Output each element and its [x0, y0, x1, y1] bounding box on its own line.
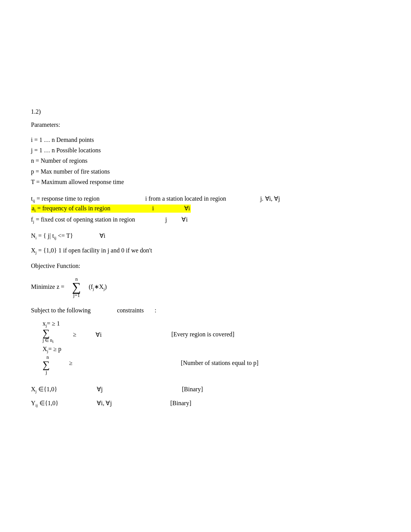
ai-var: ai = frequency of calls in region [32, 205, 110, 211]
param-t: T = Maximum allowed response time [31, 177, 380, 187]
fj-var: fj = fixed cost of opening station in re… [31, 216, 135, 223]
constraint-sum-formula: ∑ j ∈ ni [43, 329, 53, 344]
binary1-desc: [Binary] [182, 383, 203, 396]
dot-ge-c1: ≥ [73, 331, 76, 338]
ni-line: Ni = { j| tij <= T} ∀i [31, 232, 380, 240]
param-j: j = 1 … n Possible locations [31, 145, 380, 155]
sum-sub-c2: j [46, 369, 47, 375]
fj-forall: ∀i [182, 216, 187, 223]
subject-line: Subject to the following constraints : [31, 307, 380, 314]
constraint-xj-ge-p: Xj= ≥ p [43, 346, 380, 353]
binary2-desc: [Binary] [170, 397, 191, 409]
ni-forall: ∀i [99, 232, 105, 239]
constraint-sum-row: ∑ j ∈ ni ≥ ∀i [Every region is covered] [43, 329, 380, 344]
constraint-sum-formula2: n ∑ j [43, 354, 50, 375]
tij-var: tij = response time to region [31, 195, 99, 202]
objective-label: Objective Function: [31, 263, 380, 269]
binary-row-2: Yij ∈{1,0} ∀i, ∀j [Binary] [31, 397, 380, 409]
param-i: i = 1 … n Demand points [31, 135, 380, 145]
colon: : [155, 307, 156, 314]
ai-i: i [152, 205, 154, 211]
tij-j: j. ∀i, ∀j [260, 195, 280, 202]
parameters-label: Parameters: [31, 121, 380, 128]
param-n: n = Number of regions [31, 155, 380, 166]
xj-var2: Xj= ≥ p [43, 346, 61, 352]
tij-line: tij = response time to region i from a s… [31, 195, 380, 203]
constraint-xj-ge1: xj= ≥ 1 [43, 320, 380, 328]
ai-line: ai = frequency of calls in region i ∀i [31, 205, 191, 213]
desc-c2: [Number of stations equal to p] [181, 360, 258, 367]
sum-sigma-c2: ∑ [43, 360, 50, 369]
binary2-forall: ∀i, ∀j [97, 397, 128, 409]
sum-sub-c1: j ∈ ni [43, 338, 53, 344]
section-number: 1.2) [31, 108, 380, 115]
tij-region: i from a station located in region [145, 195, 226, 202]
sigma-symbol: ∑ [72, 281, 81, 293]
binary-block: Xj ∈{1,0} ∀j [Binary] Yij ∈{1,0} ∀i, ∀j … [31, 383, 380, 409]
constraint-sum-row2: n ∑ j ≥ [Number of stations equal to p] [43, 354, 380, 375]
desc-c1: [Every region is covered] [171, 331, 235, 338]
constraints-text: constraints [117, 307, 144, 314]
constraints-block: xj= ≥ 1 ∑ j ∈ ni ≥ ∀i [Every region is c… [43, 320, 380, 376]
sum-expression: n ∑ j=1 [72, 276, 81, 298]
binary1-forall: ∀j [97, 383, 128, 396]
subject-text: Subject to the following [31, 307, 91, 314]
objective-function: Minimize z = n ∑ j=1 (fj∗Xj) [31, 276, 380, 298]
fj-j: j [165, 216, 167, 223]
xi-var: Xj = {1,0} 1 if open facility in j and 0… [31, 247, 152, 254]
binary1-formula: Xj ∈{1,0} [31, 383, 81, 396]
sum-bottom: j=1 [73, 293, 80, 298]
ni-var: Ni = { j| tij <= T} [31, 232, 73, 239]
xi-line: Xj = {1,0} 1 if open facility in j and 0… [31, 247, 380, 255]
minimize-text: Minimize z = [31, 283, 64, 290]
param-p: p = Max number of fire stations [31, 166, 380, 177]
forall-c1: ∀i [96, 331, 101, 338]
ai-forall: ∀i [184, 205, 190, 211]
params-block: i = 1 … n Demand points j = 1 … n Possib… [31, 135, 380, 187]
sum-formula: (fj∗Xj) [89, 283, 107, 291]
fj-line: fj = fixed cost of opening station in re… [31, 216, 380, 224]
binary2-formula: Yij ∈{1,0} [31, 397, 81, 409]
binary-row-1: Xj ∈{1,0} ∀j [Binary] [31, 383, 380, 396]
xj-var: xj= ≥ 1 [43, 320, 60, 327]
dot-ge-c2: ≥ [69, 360, 73, 367]
sum-sigma-c1: ∑ [43, 329, 50, 338]
